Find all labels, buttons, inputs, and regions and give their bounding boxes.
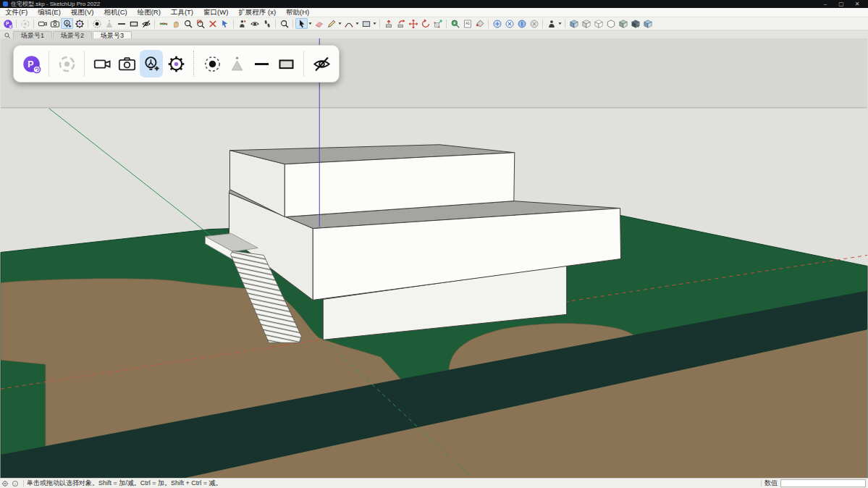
dropdown-caret-icon[interactable] [557,18,562,29]
svg-text:i: i [14,481,16,485]
push-pull-icon[interactable] [382,18,395,29]
divider [488,20,489,28]
follow-me-icon[interactable] [395,18,407,29]
solid-subtract-icon[interactable] [604,18,617,29]
spot-light-icon[interactable] [225,50,248,77]
menu-extensions[interactable]: 扩展程序 (x) [233,8,281,17]
section-display-icon[interactable] [528,18,540,29]
menu-draw[interactable]: 绘图(R) [132,8,166,17]
hide-lights-icon[interactable] [310,50,333,77]
divider [84,51,85,77]
divider [379,20,380,28]
geolocation-icon[interactable] [0,479,10,488]
solid-split-icon[interactable] [629,18,641,29]
title-bar: 住宅模型.skp - SketchUp Pro 2022 – ▢ ✕ [0,0,868,8]
minimize-button[interactable]: – [817,0,833,8]
d5-video-export-icon[interactable] [36,18,49,29]
d5-converter-icon[interactable]: P [1,18,14,29]
d5-render-toolbar: P [13,45,340,83]
orbit-icon[interactable] [157,18,169,29]
point-light-icon[interactable] [90,18,103,29]
dropdown-caret-icon[interactable] [372,18,377,29]
pan-icon[interactable] [169,18,182,29]
rotate-icon[interactable] [419,18,431,29]
d5-settings-icon[interactable] [73,18,85,29]
divider [275,20,276,28]
solid-trim-icon[interactable] [617,18,629,29]
d5-image-export-icon[interactable] [49,18,61,29]
tape-measure-icon[interactable] [449,18,461,29]
point-light-icon[interactable] [201,50,224,77]
divider [16,20,17,28]
d5-add-light-icon[interactable] [140,50,163,77]
position-camera-icon[interactable] [236,18,248,29]
views-icon[interactable] [545,18,557,29]
main-toolbar: PA1 [0,17,868,30]
line-light-icon[interactable] [250,50,273,77]
section-plane-icon[interactable] [491,18,503,29]
d5-settings-icon[interactable] [164,50,187,77]
rect-light-icon[interactable] [274,50,298,77]
svg-text:A1: A1 [465,22,470,25]
maximize-button[interactable]: ▢ [833,0,849,8]
outer-shell-icon[interactable] [568,18,580,29]
d5-add-light-icon[interactable] [61,18,73,29]
measurement-label: 数值 [764,479,778,488]
solid-intersect-icon[interactable] [580,18,592,29]
menu-view[interactable]: 视图(V) [66,8,99,17]
dropdown-caret-icon[interactable] [337,18,342,29]
solid-union-icon[interactable] [592,18,604,29]
zoom-tool-icon[interactable] [278,18,290,29]
dropdown-caret-icon[interactable] [308,18,313,29]
d5-converter-icon[interactable]: P [20,50,43,77]
shape-tool-icon[interactable] [360,18,372,29]
line-tool-icon[interactable] [325,18,337,29]
close-button[interactable]: ✕ [849,0,865,8]
divider [542,20,543,28]
text-label-icon[interactable]: A1 [461,18,473,29]
previous-view-icon[interactable] [219,18,231,29]
look-around-icon[interactable] [248,18,261,29]
solid-tools-icon[interactable] [641,18,654,29]
menu-tools[interactable]: 工具(T) [166,8,198,17]
model-scene [0,38,868,479]
menu-camera[interactable]: 相机(C) [98,8,132,17]
measurement-input[interactable] [780,479,866,487]
d5-sync-icon[interactable] [19,18,31,29]
divider [761,480,762,487]
zoom-extents-icon[interactable] [206,18,219,29]
d5-image-export-icon[interactable] [115,50,138,77]
dropdown-caret-icon[interactable] [355,18,360,29]
line-light-icon[interactable] [115,18,127,29]
section-fill-icon[interactable] [515,18,528,29]
menu-window[interactable]: 窗口(W) [198,8,233,17]
spot-light-icon[interactable] [103,18,115,29]
menu-file[interactable]: 文件(F) [0,8,33,17]
walk-icon[interactable] [261,18,273,29]
window-title: 住宅模型.skp - SketchUp Pro 2022 [11,0,817,8]
divider [233,20,234,28]
divider [292,20,293,28]
zoom-icon[interactable] [182,18,194,29]
divider [303,51,304,77]
menu-help[interactable]: 帮助(H) [281,8,314,17]
divider [23,480,24,487]
section-cut-icon[interactable] [503,18,515,29]
eraser-tool-icon[interactable] [313,18,325,29]
paint-bucket-icon[interactable] [473,18,486,29]
arc-tool-icon[interactable] [342,18,355,29]
app-icon [3,1,8,7]
rect-light-icon[interactable] [127,18,140,29]
menu-edit[interactable]: 编辑(E) [33,8,66,17]
3d-viewport[interactable]: P [0,38,868,479]
zoom-window-icon[interactable] [194,18,206,29]
divider [33,20,34,28]
help-info-icon[interactable]: i [10,479,20,488]
d5-video-export-icon[interactable] [90,50,114,77]
scale-icon[interactable] [431,18,444,29]
divider [49,51,49,77]
hide-lights-icon[interactable] [140,18,152,29]
d5-sync-icon[interactable] [55,50,78,77]
select-tool-icon[interactable] [295,18,308,29]
move-icon[interactable] [407,18,419,29]
